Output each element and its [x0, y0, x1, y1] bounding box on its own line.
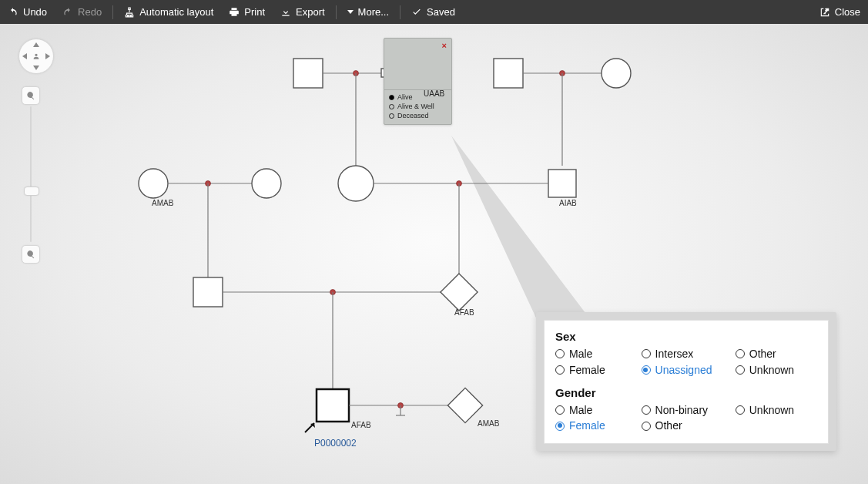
- saved-indicator: Saved: [404, 0, 463, 24]
- node-label: AMAB: [478, 419, 500, 428]
- node-status-popup: × Alive Alive & Well Deceased: [384, 38, 452, 125]
- node-label: AIAB: [559, 199, 577, 207]
- sex-option-unknown[interactable]: Unknown: [736, 364, 817, 377]
- pedigree-proband-node[interactable]: [317, 389, 349, 422]
- close-button[interactable]: Close: [812, 0, 868, 24]
- print-label: Print: [244, 6, 265, 18]
- toolbar-separator: [400, 5, 400, 19]
- sex-gender-panel: Sex Male Intersex Other Female Unassigne…: [544, 320, 829, 444]
- selected-node-label: UAAB: [424, 89, 444, 98]
- status-option-deceased[interactable]: Deceased: [389, 112, 447, 119]
- sitemap-icon: [124, 7, 135, 18]
- gender-option-nonbinary[interactable]: Non-binary: [642, 404, 736, 417]
- toolbar-separator: [336, 5, 337, 19]
- export-button[interactable]: Export: [273, 0, 333, 24]
- pedigree-diamond-node[interactable]: [447, 388, 482, 422]
- gender-option-male[interactable]: Male: [555, 404, 642, 417]
- pedigree-diamond-node[interactable]: [441, 274, 478, 311]
- undo-icon: [8, 7, 18, 18]
- pedigree-male-node[interactable]: [548, 170, 576, 197]
- undo-button[interactable]: Undo: [0, 0, 55, 24]
- auto-layout-button[interactable]: Automatic layout: [116, 0, 221, 24]
- sex-option-female[interactable]: Female: [555, 364, 642, 377]
- proband-id-label: P0000002: [314, 438, 357, 449]
- pedigree-female-node[interactable]: [338, 166, 374, 201]
- node-label: AMAB: [152, 199, 174, 207]
- more-label: More...: [358, 6, 389, 18]
- close-label: Close: [835, 6, 860, 18]
- redo-label: Redo: [78, 6, 102, 18]
- caret-down-icon: [347, 10, 354, 14]
- auto-layout-label: Automatic layout: [139, 6, 213, 18]
- saved-label: Saved: [427, 6, 455, 18]
- sex-option-unassigned[interactable]: Unassigned: [642, 364, 736, 377]
- pedigree-male-node[interactable]: [494, 59, 523, 88]
- pedigree-female-node[interactable]: [252, 169, 281, 198]
- check-icon: [411, 7, 422, 18]
- pedigree-female-node[interactable]: [139, 169, 168, 198]
- close-icon: [819, 7, 830, 18]
- print-icon: [229, 7, 240, 18]
- gender-option-female[interactable]: Female: [555, 419, 642, 432]
- sex-option-male[interactable]: Male: [555, 348, 642, 361]
- redo-icon: [62, 7, 73, 18]
- node-label: AFAB: [351, 421, 371, 429]
- pedigree-male-node[interactable]: [193, 277, 223, 307]
- pedigree-male-node[interactable]: [293, 59, 323, 88]
- redo-button: Redo: [55, 0, 109, 24]
- toolbar-separator: [112, 5, 113, 19]
- pedigree-female-node[interactable]: [602, 59, 631, 88]
- toolbar: Undo Redo Automatic layout Print Export …: [0, 0, 868, 24]
- gender-option-unknown[interactable]: Unknown: [736, 404, 817, 417]
- undo-label: Undo: [23, 6, 47, 18]
- gender-heading: Gender: [555, 386, 817, 399]
- popup-close-button[interactable]: ×: [442, 42, 447, 50]
- status-option-alive-well[interactable]: Alive & Well: [389, 103, 447, 110]
- sex-option-other[interactable]: Other: [736, 348, 817, 361]
- print-button[interactable]: Print: [221, 0, 273, 24]
- download-icon: [280, 7, 291, 18]
- sex-heading: Sex: [555, 330, 817, 343]
- export-label: Export: [296, 6, 325, 18]
- more-button[interactable]: More...: [340, 0, 397, 24]
- node-label: AFAB: [454, 308, 474, 317]
- gender-option-other[interactable]: Other: [642, 419, 736, 432]
- sex-option-intersex[interactable]: Intersex: [642, 348, 736, 361]
